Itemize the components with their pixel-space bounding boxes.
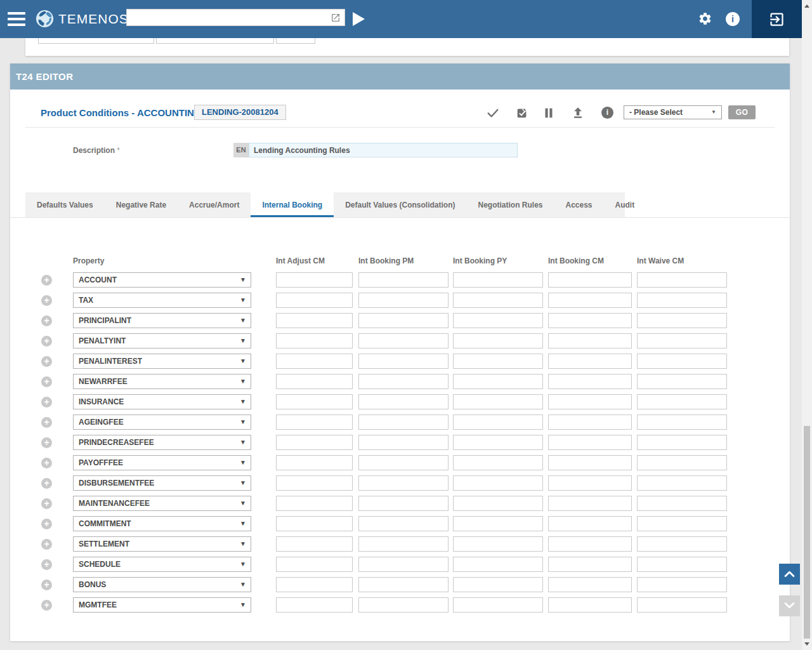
property-select-bonus[interactable]: BONUS▼ [73,577,251,592]
int-waive-cm-input[interactable] [637,374,727,389]
property-select-ageingfee[interactable]: AGEINGFEE▼ [73,415,251,430]
int-booking-pm-input[interactable] [358,455,449,470]
int-booking-py-input[interactable] [453,435,543,450]
int-booking-pm-input[interactable] [358,374,449,389]
int-waive-cm-input[interactable] [637,435,727,450]
add-row-icon[interactable]: + [41,356,52,367]
property-select-prindecreasefee[interactable]: PRINDECREASEFEE▼ [73,435,251,450]
scroll-to-bottom-button[interactable] [779,595,800,616]
int-adjust-cm-input[interactable] [276,333,353,348]
add-row-icon[interactable]: + [41,478,52,489]
int-booking-pm-input[interactable] [358,272,449,288]
add-row-icon[interactable]: + [41,417,52,428]
add-row-icon[interactable]: + [41,437,52,448]
int-adjust-cm-input[interactable] [276,475,353,491]
property-select-newarrfee[interactable]: NEWARRFEE▼ [73,374,251,389]
action-select[interactable]: - Please Select ▼ [624,105,722,119]
go-button[interactable]: GO [728,105,756,119]
tab-default-values-consolidation[interactable]: Default Values (Consolidation) [334,192,466,218]
int-booking-pm-input[interactable] [358,557,449,572]
int-booking-cm-input[interactable] [548,354,632,369]
int-booking-cm-input[interactable] [548,313,632,328]
int-adjust-cm-input[interactable] [276,496,353,511]
property-select-commitment[interactable]: COMMITMENT▼ [73,516,251,531]
int-adjust-cm-input[interactable] [276,577,353,592]
int-booking-cm-input[interactable] [548,577,632,592]
validate-icon[interactable] [515,106,529,120]
int-booking-pm-input[interactable] [358,435,449,450]
property-select-tax[interactable]: TAX▼ [73,293,251,308]
property-select-principalint[interactable]: PRINCIPALINT▼ [73,313,251,328]
int-booking-cm-input[interactable] [548,496,632,511]
int-adjust-cm-input[interactable] [276,536,353,552]
int-booking-py-input[interactable] [453,354,543,369]
add-row-icon[interactable]: + [41,539,52,550]
int-booking-py-input[interactable] [453,536,543,552]
add-row-icon[interactable]: + [41,336,52,347]
int-booking-cm-input[interactable] [548,536,632,552]
int-waive-cm-input[interactable] [637,597,727,613]
property-select-payofffee[interactable]: PAYOFFFEE▼ [73,455,251,470]
scrollbar-track[interactable] [802,0,812,650]
tab-audit[interactable]: Audit [604,192,646,218]
int-adjust-cm-input[interactable] [276,455,353,470]
scrollbar-up-arrow[interactable] [804,4,809,8]
int-booking-pm-input[interactable] [358,577,449,592]
property-select-mgmtfee[interactable]: MGMTFEE▼ [73,597,251,613]
int-waive-cm-input[interactable] [637,272,727,288]
play-button[interactable] [353,12,365,26]
int-booking-cm-input[interactable] [548,293,632,308]
add-row-icon[interactable]: + [41,600,52,611]
record-info-icon[interactable]: i [601,107,613,119]
int-waive-cm-input[interactable] [637,455,727,470]
signout-button[interactable] [752,0,802,38]
property-select-disbursementfee[interactable]: DISBURSEMENTFEE▼ [73,475,251,491]
add-row-icon[interactable]: + [41,458,52,468]
int-booking-py-input[interactable] [453,415,543,430]
int-waive-cm-input[interactable] [637,516,727,531]
int-booking-py-input[interactable] [453,394,543,409]
int-booking-py-input[interactable] [453,293,543,308]
int-booking-pm-input[interactable] [358,394,449,409]
int-waive-cm-input[interactable] [637,536,727,552]
add-row-icon[interactable]: + [41,519,52,529]
int-booking-cm-input[interactable] [548,272,632,288]
int-booking-pm-input[interactable] [358,415,449,430]
int-waive-cm-input[interactable] [637,333,727,348]
settings-gear-icon[interactable] [698,11,712,26]
add-row-icon[interactable]: + [41,580,52,590]
int-booking-pm-input[interactable] [358,313,449,328]
tab-negative-rate[interactable]: Negative Rate [105,192,178,218]
add-row-icon[interactable]: + [41,275,52,286]
property-select-penalinterest[interactable]: PENALINTEREST▼ [73,354,251,369]
info-icon[interactable]: i [726,12,740,26]
int-waive-cm-input[interactable] [637,557,727,572]
tab-defaults-values[interactable]: Defaults Values [25,192,105,218]
int-booking-py-input[interactable] [453,597,543,613]
add-row-icon[interactable]: + [41,397,52,408]
hold-pause-icon[interactable] [542,106,556,120]
int-booking-cm-input[interactable] [548,333,632,348]
int-adjust-cm-input[interactable] [276,516,353,531]
int-booking-py-input[interactable] [453,475,543,491]
int-adjust-cm-input[interactable] [276,354,353,369]
tab-accrue-amort[interactable]: Accrue/Amort [178,192,251,218]
int-adjust-cm-input[interactable] [276,394,353,409]
int-waive-cm-input[interactable] [637,577,727,592]
property-select-insurance[interactable]: INSURANCE▼ [73,394,251,409]
launch-icon[interactable] [331,13,341,23]
int-booking-pm-input[interactable] [358,597,449,613]
int-booking-cm-input[interactable] [548,475,632,491]
int-waive-cm-input[interactable] [637,394,727,409]
int-booking-py-input[interactable] [453,313,543,328]
add-row-icon[interactable]: + [41,559,52,570]
int-booking-pm-input[interactable] [358,333,449,348]
int-waive-cm-input[interactable] [637,496,727,511]
int-booking-py-input[interactable] [453,374,543,389]
property-select-account[interactable]: ACCOUNT▼ [73,272,251,288]
int-waive-cm-input[interactable] [637,313,727,328]
int-booking-py-input[interactable] [453,333,543,348]
menu-icon[interactable] [8,12,25,26]
int-booking-py-input[interactable] [453,272,543,288]
int-booking-cm-input[interactable] [548,557,632,572]
